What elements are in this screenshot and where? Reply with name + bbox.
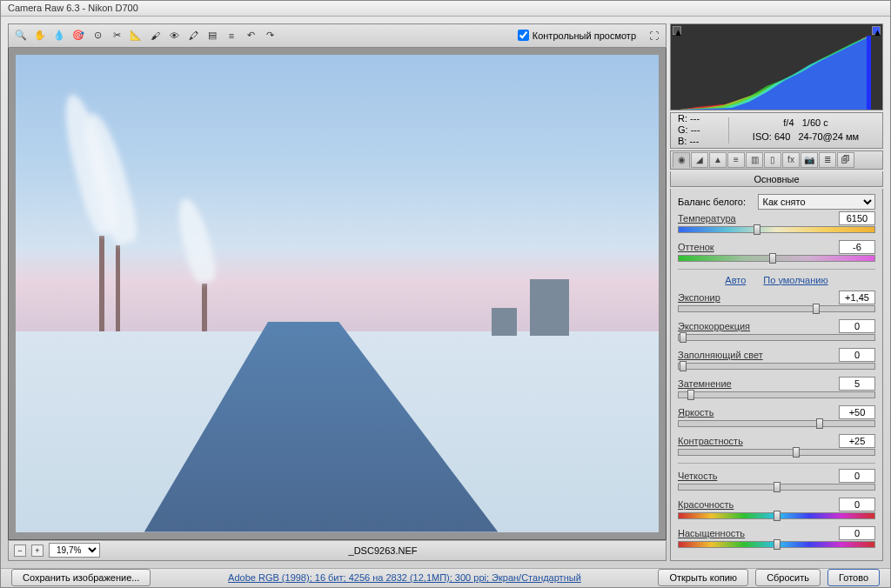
tint-label[interactable]: Оттенок [678, 242, 835, 252]
tab-detail-icon[interactable]: ▲ [709, 152, 727, 168]
temperature-value[interactable] [839, 211, 875, 225]
fullscreen-toggle-icon[interactable]: ⛶ [645, 27, 662, 44]
exposure-value[interactable] [839, 291, 875, 304]
crop-tool-icon[interactable]: ✂ [108, 27, 125, 44]
tab-split-icon[interactable]: ▥ [746, 152, 763, 168]
save-image-button[interactable]: Сохранить изображение... [11, 569, 151, 586]
target-adjust-tool-icon[interactable]: ⊙ [89, 27, 106, 44]
shadow-clip-warning-icon[interactable]: ▲ [673, 26, 681, 35]
tab-snapshots-icon[interactable]: 🗐 [837, 152, 854, 168]
info-box: R: --- G: --- B: --- f/4 1/60 с ISO: 640… [670, 112, 883, 149]
hand-tool-icon[interactable]: ✋ [31, 27, 49, 44]
app-window: Camera Raw 6.3 - Nikon D700 🔍 ✋ 💧 🎯 ⊙ ✂ … [0, 0, 891, 588]
straighten-tool-icon[interactable]: 📐 [127, 27, 144, 44]
clarity-label[interactable]: Четкость [678, 471, 835, 481]
saturation-label[interactable]: Насыщенность [678, 528, 835, 538]
clarity-value[interactable] [839, 469, 875, 483]
workflow-options-link[interactable]: Adobe RGB (1998); 16 бит; 4256 на 2832 (… [228, 572, 581, 583]
blacks-value[interactable] [839, 377, 875, 391]
zoom-in-button[interactable]: + [31, 545, 44, 557]
saturation-value[interactable] [839, 526, 875, 540]
preview-checkbox[interactable]: Контрольный просмотр [518, 30, 636, 41]
wb-select[interactable]: Как снято [758, 194, 875, 210]
tab-basic-icon[interactable]: ◉ [673, 152, 690, 168]
auto-link[interactable]: Авто [725, 275, 746, 285]
preview-checkbox-input[interactable] [518, 30, 529, 41]
camera-metadata: f/4 1/60 с ISO: 640 24-70@24 мм [736, 117, 875, 144]
blacks-label[interactable]: Затемнение [678, 378, 835, 389]
contrast-slider[interactable] [678, 449, 875, 456]
tab-fx-icon[interactable]: fx [782, 152, 800, 168]
reset-button[interactable]: Сбросить [755, 569, 821, 586]
vibrance-label[interactable]: Красочность [678, 499, 835, 510]
panel-title: Основные [670, 171, 883, 187]
highlight-clip-warning-icon[interactable]: ▲ [872, 26, 881, 35]
settings-tab-bar: ◉ ◢ ▲ ≡ ▥ ▯ fx 📷 ≣ 🗐 [670, 150, 883, 170]
exposure-label[interactable]: Экспонир [678, 292, 835, 303]
image-preview-area[interactable] [8, 48, 667, 540]
rotate-cw-icon[interactable]: ↷ [261, 27, 278, 44]
recovery-value[interactable] [839, 319, 875, 333]
window-title: Camera Raw 6.3 - Nikon D700 [8, 3, 138, 13]
temperature-slider[interactable] [678, 226, 875, 233]
zoom-level-select[interactable]: 19,7% [49, 543, 100, 558]
preview-checkbox-label: Контрольный просмотр [533, 30, 636, 41]
tint-value[interactable] [839, 240, 875, 254]
image-bottom-bar: − + 19,7% _DSC9263.NEF [8, 540, 667, 561]
tint-slider[interactable] [678, 255, 875, 262]
histogram-graph [680, 36, 871, 110]
adjustment-brush-tool-icon[interactable]: 🖍 [184, 27, 202, 44]
color-sampler-tool-icon[interactable]: 🎯 [70, 27, 87, 44]
tab-lens-icon[interactable]: ▯ [764, 152, 781, 168]
right-panel: ▲ ▲ R: --- G: --- B: --- [670, 23, 883, 561]
fill-light-label[interactable]: Заполняющий свет [678, 350, 835, 360]
open-copy-button[interactable]: Открыть копию [658, 569, 748, 586]
titlebar[interactable]: Camera Raw 6.3 - Nikon D700 [1, 1, 890, 17]
red-eye-tool-icon[interactable]: 👁 [165, 27, 183, 44]
wb-label: Баланс белого: [678, 197, 754, 207]
saturation-slider[interactable] [678, 541, 875, 548]
brightness-value[interactable] [839, 405, 875, 419]
recovery-label[interactable]: Экспокоррекция [678, 321, 835, 331]
zoom-tool-icon[interactable]: 🔍 [12, 27, 30, 44]
rgb-readout: R: --- G: --- B: --- [678, 113, 721, 148]
tab-presets-icon[interactable]: ≣ [819, 152, 836, 168]
tab-curve-icon[interactable]: ◢ [691, 152, 708, 168]
preferences-tool-icon[interactable]: ≡ [223, 27, 240, 44]
histogram[interactable]: ▲ ▲ [670, 23, 883, 110]
white-balance-tool-icon[interactable]: 💧 [50, 27, 68, 44]
brightness-slider[interactable] [678, 420, 875, 427]
filename-label: _DSC9263.NEF [105, 545, 660, 556]
top-toolbar: 🔍 ✋ 💧 🎯 ⊙ ✂ 📐 🖌 👁 🖍 ▤ ≡ ↶ ↷ Контрольный … [8, 23, 667, 48]
graduated-filter-tool-icon[interactable]: ▤ [204, 27, 221, 44]
contrast-label[interactable]: Контрастность [678, 436, 835, 446]
done-button[interactable]: Готово [827, 569, 880, 586]
rotate-ccw-icon[interactable]: ↶ [242, 27, 259, 44]
temperature-label[interactable]: Температура [678, 213, 835, 224]
tab-hsl-icon[interactable]: ≡ [727, 152, 745, 168]
blacks-slider[interactable] [678, 391, 875, 398]
footer-bar: Сохранить изображение... Adobe RGB (1998… [1, 568, 890, 587]
exposure-slider[interactable] [678, 305, 875, 312]
spot-removal-tool-icon[interactable]: 🖌 [146, 27, 164, 44]
default-link[interactable]: По умолчанию [763, 275, 827, 285]
zoom-out-button[interactable]: − [14, 545, 26, 557]
image-preview [16, 55, 659, 532]
brightness-label[interactable]: Яркость [678, 407, 835, 418]
vibrance-slider[interactable] [678, 512, 875, 519]
basic-panel-body: Баланс белого: Как снято Температура Отт… [670, 189, 883, 561]
vibrance-value[interactable] [839, 498, 875, 511]
svg-rect-0 [867, 36, 871, 110]
fill-light-value[interactable] [839, 348, 875, 362]
tab-camera-icon[interactable]: 📷 [801, 152, 818, 168]
contrast-value[interactable] [839, 434, 875, 448]
recovery-slider[interactable] [678, 334, 875, 341]
content-area: 🔍 ✋ 💧 🎯 ⊙ ✂ 📐 🖌 👁 🖍 ▤ ≡ ↶ ↷ Контрольный … [1, 17, 890, 568]
fill-light-slider[interactable] [678, 363, 875, 370]
clarity-slider[interactable] [678, 484, 875, 491]
left-panel: 🔍 ✋ 💧 🎯 ⊙ ✂ 📐 🖌 👁 🖍 ▤ ≡ ↶ ↷ Контрольный … [8, 23, 667, 561]
